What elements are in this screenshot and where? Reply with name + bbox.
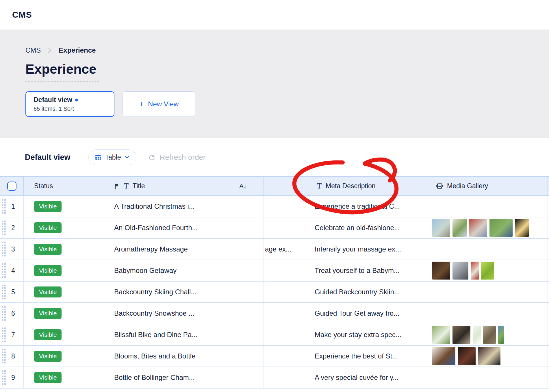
media-thumbnail-house-with-flags[interactable] (452, 219, 467, 237)
header-title[interactable]: T Title A↓ (104, 177, 264, 195)
table-row[interactable]: 3VisibleAromatherapy Massageage ex...Int… (0, 239, 549, 260)
media-thumbnail-parade-floats[interactable] (469, 219, 487, 237)
hidden-column-cell[interactable] (264, 282, 306, 302)
media-gallery-cell[interactable] (428, 239, 548, 260)
sort-indicator[interactable]: A↓ (239, 182, 247, 190)
hidden-column-cell[interactable] (264, 324, 306, 345)
table-row[interactable]: 1VisibleA Traditional Christmas i...Expe… (0, 196, 549, 217)
meta-description-cell[interactable]: Celebrate an old-fashione... (306, 217, 428, 238)
meta-description-cell[interactable]: Guided Tour Get away fro... (306, 303, 428, 324)
hidden-column-cell[interactable] (264, 217, 306, 238)
media-thumbnail-outdoor-grill[interactable] (483, 326, 496, 344)
row-drag-handle[interactable] (2, 306, 6, 321)
row-drag-handle[interactable] (2, 370, 6, 385)
media-thumbnail-outdoor-cafe[interactable] (452, 326, 470, 344)
breadcrumb: CMS Experience (25, 46, 549, 54)
header-meta-description[interactable]: T Meta Description (306, 177, 428, 195)
table-row[interactable]: 5VisibleBackcountry Skiing Chall...Guide… (0, 282, 549, 303)
new-view-button[interactable]: + New View (123, 91, 195, 117)
status-badge[interactable]: Visible (34, 329, 62, 340)
status-badge[interactable]: Visible (34, 351, 62, 362)
title-cell[interactable]: Aromatherapy Massage (104, 239, 264, 260)
media-gallery-cell[interactable] (428, 324, 548, 345)
hidden-column-cell[interactable]: age ex... (264, 239, 306, 260)
status-badge[interactable]: Visible (34, 244, 62, 255)
title-cell[interactable]: An Old-Fashioned Fourth... (104, 217, 264, 238)
status-badge[interactable]: Visible (34, 308, 62, 319)
meta-description-cell[interactable]: Treat yourself to a Babym... (306, 260, 428, 281)
table-row[interactable]: 7VisibleBlissful Bike and Dine Pa...Make… (0, 324, 549, 346)
media-thumbnail-daisies[interactable] (432, 326, 450, 344)
hidden-column-cell[interactable] (264, 260, 306, 281)
hidden-column-cell[interactable] (264, 303, 306, 324)
table-row[interactable]: 8VisibleBlooms, Bites and a BottleExperi… (0, 346, 549, 367)
title-cell[interactable]: A Traditional Christmas i... (104, 196, 264, 217)
header-media-gallery[interactable]: Media Gallery (428, 177, 548, 195)
title-cell[interactable]: Babymoon Getaway (104, 260, 264, 281)
status-badge[interactable]: Visible (34, 372, 62, 383)
title-cell[interactable]: Blissful Bike and Dine Pa... (104, 324, 264, 345)
media-gallery-cell[interactable] (428, 346, 548, 367)
status-badge[interactable]: Visible (34, 265, 62, 276)
media-thumbnail-sketch-art[interactable] (473, 326, 481, 344)
media-thumbnail-green-dress[interactable] (481, 262, 494, 280)
header-status[interactable]: Status (24, 177, 104, 195)
media-gallery-cell[interactable] (428, 196, 548, 217)
row-drag-handle[interactable] (2, 349, 6, 363)
hidden-column-cell[interactable] (264, 346, 306, 367)
table-row[interactable]: 6VisibleBackcountry Snowshoe ...Guided T… (0, 303, 549, 324)
table-row[interactable]: 2VisibleAn Old-Fashioned Fourth...Celebr… (0, 217, 549, 239)
table-row[interactable]: 9VisibleBottle of Bollinger Cham...A ver… (0, 367, 549, 389)
media-thumbnail-champagne-glasses[interactable] (478, 347, 500, 365)
row-drag-handle[interactable] (2, 328, 6, 342)
media-thumbnail-truffle-plate[interactable] (458, 347, 476, 365)
status-badge[interactable]: Visible (34, 201, 62, 212)
media-thumbnail-chocolate-box[interactable] (432, 347, 455, 365)
header-hidden-column (264, 177, 306, 195)
row-drag-handle[interactable] (2, 221, 6, 235)
table-row[interactable]: 4VisibleBabymoon GetawayTreat yourself t… (0, 260, 549, 282)
meta-description-cell[interactable]: Intensify your massage ex... (306, 239, 428, 260)
title-cell[interactable]: Backcountry Snowshoe ... (104, 303, 264, 324)
media-thumbnail-red-barn[interactable] (471, 262, 479, 280)
title-cell[interactable]: Blooms, Bites and a Bottle (104, 346, 264, 367)
media-thumbnail-inn-sign[interactable] (452, 262, 468, 280)
breadcrumb-cms[interactable]: CMS (25, 46, 41, 54)
hidden-column-cell[interactable] (264, 196, 306, 217)
collection-header-section: CMS Experience Experience Default view 6… (0, 29, 549, 138)
row-number: 1 (6, 203, 23, 210)
meta-description-cell[interactable]: A very special cuvée for y... (306, 367, 428, 388)
status-badge[interactable]: Visible (34, 286, 62, 297)
meta-description-cell[interactable]: Experience a traditional C... (306, 196, 428, 217)
media-thumbnail-field-fence[interactable] (498, 326, 504, 344)
media-thumbnail-lawn-sign-flag[interactable] (489, 219, 513, 237)
media-gallery-cell[interactable] (428, 303, 548, 324)
media-thumbnail-restaurant-interior[interactable] (432, 262, 450, 280)
row-drag-handle[interactable] (2, 199, 6, 214)
title-cell[interactable]: Bottle of Bollinger Cham... (104, 367, 264, 388)
select-all-checkbox[interactable] (7, 182, 16, 191)
row-index-cell: 2 (0, 217, 24, 238)
row-drag-handle[interactable] (2, 242, 6, 256)
media-gallery-cell[interactable] (428, 282, 548, 302)
layout-dropdown[interactable]: Table (88, 149, 136, 165)
media-gallery-cell[interactable] (428, 217, 548, 238)
row-drag-handle[interactable] (2, 263, 6, 278)
page-title[interactable]: Experience (25, 61, 99, 82)
status-badge[interactable]: Visible (34, 222, 62, 233)
media-thumbnail-street-parade[interactable] (432, 219, 450, 237)
default-view-card[interactable]: Default view 65 items, 1 Sort (25, 91, 114, 117)
row-drag-handle[interactable] (2, 285, 6, 299)
media-gallery-cell[interactable] (428, 367, 548, 388)
media-thumbnail-sparkler-night[interactable] (515, 219, 529, 237)
media-gallery-icon (436, 182, 444, 190)
media-thumbnails (432, 347, 500, 365)
row-index-cell: 6 (0, 303, 24, 324)
meta-description-cell[interactable]: Guided Backcountry Skiin... (306, 282, 428, 302)
meta-description-cell[interactable]: Experience the best of St... (306, 346, 428, 367)
media-gallery-cell[interactable] (428, 260, 548, 281)
refresh-order-button[interactable]: Refresh order (148, 153, 206, 162)
meta-description-cell[interactable]: Make your stay extra spec... (306, 324, 428, 345)
hidden-column-cell[interactable] (264, 367, 306, 388)
title-cell[interactable]: Backcountry Skiing Chall... (104, 282, 264, 302)
